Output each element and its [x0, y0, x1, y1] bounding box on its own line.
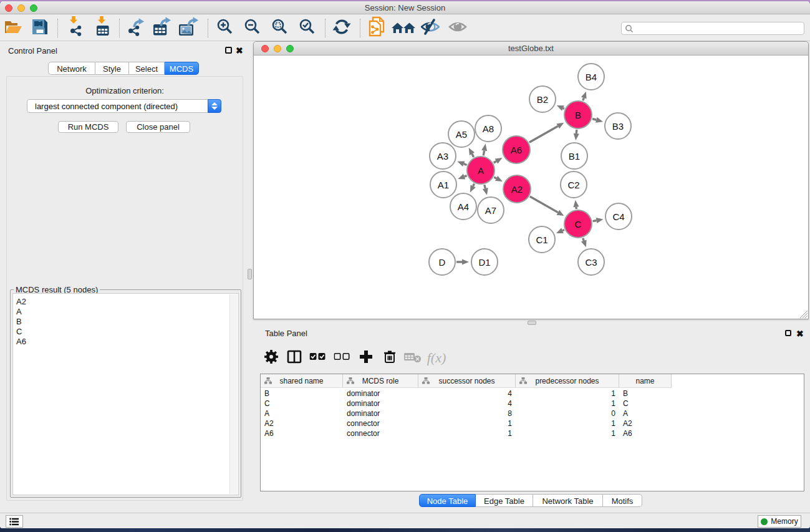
tab-edge-table[interactable]: Edge Table [476, 494, 533, 507]
create-column-icon[interactable] [359, 350, 373, 366]
table-row[interactable]: Bdominator41B [261, 389, 672, 399]
export-image-icon[interactable] [177, 16, 201, 40]
graph-edge-A-A3[interactable] [464, 164, 467, 165]
graph-edge-C-C1[interactable] [562, 230, 564, 230]
graph-node-C[interactable]: C [564, 210, 592, 238]
cell-MCDS-role[interactable]: dominator [343, 399, 418, 409]
cell-shared-name[interactable]: A [261, 409, 343, 418]
refresh-icon[interactable] [332, 17, 351, 39]
graph-edge-B-B4[interactable] [583, 98, 584, 100]
tab-network-table[interactable]: Network Table [533, 494, 603, 507]
graph-edge-B-B3[interactable] [592, 118, 596, 120]
network-graph-canvas[interactable]: B4B2BB3A5A8A6A3AB1A1A2C2A4A7C4CC1C3DD1 [254, 56, 808, 319]
mcds-result-item[interactable]: C [13, 327, 238, 337]
close-panel-button[interactable]: Close panel [126, 121, 190, 133]
cell-MCDS-role[interactable]: connector [343, 428, 418, 438]
search-input[interactable] [635, 23, 801, 34]
task-history-button[interactable] [6, 515, 23, 528]
table-panel-close-button[interactable]: ✖ [796, 331, 804, 337]
tab-mcds[interactable]: MCDS [165, 62, 199, 75]
cell-name[interactable]: A6 [619, 428, 672, 438]
cell-predecessor-nodes[interactable]: 1 [516, 389, 619, 399]
zoom-selected-icon[interactable] [299, 18, 316, 38]
cell-successor-nodes[interactable]: 8 [418, 409, 516, 418]
cell-successor-nodes[interactable]: 4 [418, 399, 516, 409]
cell-shared-name[interactable]: A6 [261, 428, 343, 438]
cell-predecessor-nodes[interactable]: 1 [516, 399, 619, 409]
cell-successor-nodes[interactable]: 1 [418, 418, 516, 428]
graph-node-D[interactable]: D [429, 249, 455, 275]
graph-edge-A-A7[interactable] [485, 185, 485, 188]
cell-shared-name[interactable]: B [261, 389, 343, 399]
delete-columns-icon[interactable] [383, 350, 397, 366]
graph-node-A6[interactable]: A6 [503, 136, 530, 163]
cell-predecessor-nodes[interactable]: 1 [516, 428, 619, 438]
hide-selected-icon[interactable] [421, 19, 440, 37]
zoom-out-icon[interactable] [244, 18, 261, 38]
graph-node-A4[interactable]: A4 [450, 193, 476, 220]
cell-name[interactable]: A2 [619, 418, 672, 428]
cell-successor-nodes[interactable]: 1 [418, 428, 516, 438]
select-all-columns-icon[interactable] [310, 350, 327, 366]
graph-node-B[interactable]: B [564, 101, 592, 128]
cell-MCDS-role[interactable]: connector [343, 418, 418, 428]
import-network-icon[interactable] [65, 16, 85, 40]
duplicate-network-icon[interactable] [367, 16, 387, 41]
graph-node-A5[interactable]: A5 [448, 121, 475, 147]
cell-shared-name[interactable]: C [261, 399, 343, 409]
cell-MCDS-role[interactable]: dominator [343, 389, 418, 399]
save-session-icon[interactable] [30, 17, 50, 39]
graph-edge-A-A6[interactable] [494, 162, 496, 163]
vertical-splitter-gripper[interactable] [248, 269, 252, 279]
control-panel-close-button[interactable]: ✖ [236, 47, 243, 54]
table-row[interactable]: Adominator80A [261, 409, 672, 418]
network-overview-icon[interactable] [392, 17, 415, 39]
graph-node-B2[interactable]: B2 [529, 86, 556, 112]
tab-motifs[interactable]: Motifs [603, 494, 642, 507]
result-list-scrollbar[interactable] [229, 294, 238, 494]
criterion-dropdown[interactable]: largest connected component (directed) [27, 99, 221, 113]
mcds-result-item[interactable]: B [13, 317, 238, 327]
graph-edge-C-C4[interactable] [593, 221, 597, 221]
graph-edge-A-A8[interactable] [483, 150, 484, 155]
table-options-icon[interactable] [264, 350, 278, 366]
control-panel-float-button[interactable] [225, 47, 232, 54]
tab-network[interactable]: Network [48, 62, 95, 75]
cell-MCDS-role[interactable]: dominator [343, 409, 418, 418]
cell-predecessor-nodes[interactable]: 1 [516, 418, 619, 428]
graph-edge-C-C3[interactable] [583, 238, 584, 241]
table-row[interactable]: A6connector11A6 [261, 428, 672, 438]
graph-node-B4[interactable]: B4 [578, 64, 604, 90]
table-row[interactable]: A2connector11A2 [261, 418, 672, 428]
graph-edge-B-B1[interactable] [576, 130, 577, 133]
graph-node-A7[interactable]: A7 [478, 197, 504, 223]
tab-style[interactable]: Style [95, 62, 129, 75]
mcds-result-list[interactable]: A2ABCA6 [12, 293, 239, 495]
graph-node-C4[interactable]: C4 [605, 203, 632, 230]
tab-node-table[interactable]: Node Table [419, 494, 476, 507]
column-header-successor-nodes[interactable]: successor nodes [418, 374, 516, 388]
cell-predecessor-nodes[interactable]: 0 [516, 409, 619, 418]
tab-select[interactable]: Select [129, 62, 165, 75]
graph-node-B1[interactable]: B1 [561, 143, 587, 169]
graph-node-A[interactable]: A [467, 157, 494, 184]
graph-node-D1[interactable]: D1 [471, 249, 498, 275]
horizontal-splitter-gripper[interactable] [528, 321, 536, 325]
show-all-icon[interactable] [448, 19, 467, 37]
graph-node-A8[interactable]: A8 [475, 115, 501, 142]
unselect-all-columns-icon[interactable] [334, 350, 351, 366]
export-network-icon[interactable] [126, 16, 147, 40]
zoom-fit-icon[interactable] [271, 18, 289, 38]
graph-edge-A-A2[interactable] [494, 177, 496, 178]
graph-node-A1[interactable]: A1 [430, 172, 456, 198]
memory-button[interactable]: Memory [758, 515, 801, 528]
graph-edge-B-B2[interactable] [563, 108, 564, 109]
column-header-MCDS-role[interactable]: MCDS role [343, 374, 418, 388]
search-box[interactable] [621, 22, 804, 35]
graph-node-A2[interactable]: A2 [503, 175, 531, 203]
table-row[interactable]: Cdominator41C [261, 399, 672, 409]
graph-edge-A-A4[interactable] [473, 184, 475, 186]
column-header-predecessor-nodes[interactable]: predecessor nodes [516, 374, 619, 388]
run-mcds-button[interactable]: Run MCDS [58, 121, 118, 133]
graph-edge-A-A1[interactable] [465, 176, 467, 177]
